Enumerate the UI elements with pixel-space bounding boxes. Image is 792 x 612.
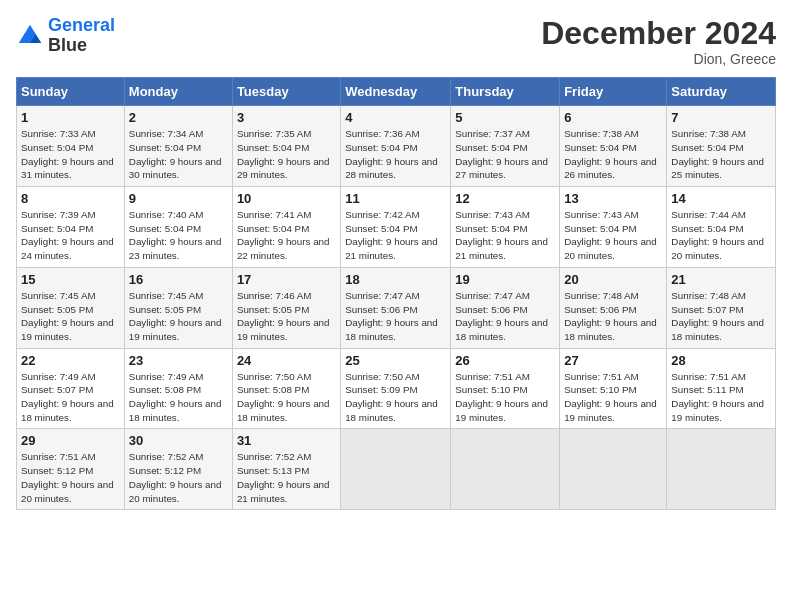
day-info: Sunrise: 7:35 AM Sunset: 5:04 PM Dayligh… xyxy=(237,127,336,182)
col-monday: Monday xyxy=(124,78,232,106)
day-number: 7 xyxy=(671,110,771,125)
day-number: 27 xyxy=(564,353,662,368)
calendar-week-row: 15 Sunrise: 7:45 AM Sunset: 5:05 PM Dayl… xyxy=(17,267,776,348)
calendar-cell xyxy=(341,429,451,510)
col-tuesday: Tuesday xyxy=(232,78,340,106)
calendar-week-row: 1 Sunrise: 7:33 AM Sunset: 5:04 PM Dayli… xyxy=(17,106,776,187)
location: Dion, Greece xyxy=(541,51,776,67)
calendar-cell xyxy=(451,429,560,510)
day-number: 3 xyxy=(237,110,336,125)
calendar-cell: 16 Sunrise: 7:45 AM Sunset: 5:05 PM Dayl… xyxy=(124,267,232,348)
day-number: 25 xyxy=(345,353,446,368)
day-number: 10 xyxy=(237,191,336,206)
day-number: 4 xyxy=(345,110,446,125)
day-number: 30 xyxy=(129,433,228,448)
calendar-cell: 1 Sunrise: 7:33 AM Sunset: 5:04 PM Dayli… xyxy=(17,106,125,187)
day-info: Sunrise: 7:51 AM Sunset: 5:10 PM Dayligh… xyxy=(455,370,555,425)
day-number: 28 xyxy=(671,353,771,368)
calendar-week-row: 8 Sunrise: 7:39 AM Sunset: 5:04 PM Dayli… xyxy=(17,187,776,268)
calendar-cell: 6 Sunrise: 7:38 AM Sunset: 5:04 PM Dayli… xyxy=(560,106,667,187)
day-info: Sunrise: 7:51 AM Sunset: 5:11 PM Dayligh… xyxy=(671,370,771,425)
calendar-cell: 5 Sunrise: 7:37 AM Sunset: 5:04 PM Dayli… xyxy=(451,106,560,187)
day-number: 1 xyxy=(21,110,120,125)
calendar-cell: 17 Sunrise: 7:46 AM Sunset: 5:05 PM Dayl… xyxy=(232,267,340,348)
day-info: Sunrise: 7:52 AM Sunset: 5:13 PM Dayligh… xyxy=(237,450,336,505)
day-info: Sunrise: 7:43 AM Sunset: 5:04 PM Dayligh… xyxy=(455,208,555,263)
day-info: Sunrise: 7:51 AM Sunset: 5:12 PM Dayligh… xyxy=(21,450,120,505)
calendar-cell: 7 Sunrise: 7:38 AM Sunset: 5:04 PM Dayli… xyxy=(667,106,776,187)
day-number: 18 xyxy=(345,272,446,287)
day-info: Sunrise: 7:33 AM Sunset: 5:04 PM Dayligh… xyxy=(21,127,120,182)
page-header: General Blue December 2024 Dion, Greece xyxy=(16,16,776,67)
day-number: 21 xyxy=(671,272,771,287)
day-number: 23 xyxy=(129,353,228,368)
calendar-cell: 22 Sunrise: 7:49 AM Sunset: 5:07 PM Dayl… xyxy=(17,348,125,429)
day-info: Sunrise: 7:43 AM Sunset: 5:04 PM Dayligh… xyxy=(564,208,662,263)
calendar-cell: 21 Sunrise: 7:48 AM Sunset: 5:07 PM Dayl… xyxy=(667,267,776,348)
calendar-cell: 27 Sunrise: 7:51 AM Sunset: 5:10 PM Dayl… xyxy=(560,348,667,429)
day-number: 6 xyxy=(564,110,662,125)
day-info: Sunrise: 7:46 AM Sunset: 5:05 PM Dayligh… xyxy=(237,289,336,344)
logo-text: General Blue xyxy=(48,16,115,56)
day-info: Sunrise: 7:47 AM Sunset: 5:06 PM Dayligh… xyxy=(455,289,555,344)
day-number: 13 xyxy=(564,191,662,206)
day-number: 24 xyxy=(237,353,336,368)
calendar-cell: 13 Sunrise: 7:43 AM Sunset: 5:04 PM Dayl… xyxy=(560,187,667,268)
day-info: Sunrise: 7:39 AM Sunset: 5:04 PM Dayligh… xyxy=(21,208,120,263)
day-info: Sunrise: 7:52 AM Sunset: 5:12 PM Dayligh… xyxy=(129,450,228,505)
calendar-header-row: Sunday Monday Tuesday Wednesday Thursday… xyxy=(17,78,776,106)
page-container: General Blue December 2024 Dion, Greece … xyxy=(0,0,792,518)
calendar-cell: 29 Sunrise: 7:51 AM Sunset: 5:12 PM Dayl… xyxy=(17,429,125,510)
day-info: Sunrise: 7:49 AM Sunset: 5:08 PM Dayligh… xyxy=(129,370,228,425)
day-info: Sunrise: 7:50 AM Sunset: 5:08 PM Dayligh… xyxy=(237,370,336,425)
day-info: Sunrise: 7:41 AM Sunset: 5:04 PM Dayligh… xyxy=(237,208,336,263)
day-number: 15 xyxy=(21,272,120,287)
day-info: Sunrise: 7:36 AM Sunset: 5:04 PM Dayligh… xyxy=(345,127,446,182)
title-block: December 2024 Dion, Greece xyxy=(541,16,776,67)
col-saturday: Saturday xyxy=(667,78,776,106)
col-wednesday: Wednesday xyxy=(341,78,451,106)
calendar-cell: 3 Sunrise: 7:35 AM Sunset: 5:04 PM Dayli… xyxy=(232,106,340,187)
day-info: Sunrise: 7:47 AM Sunset: 5:06 PM Dayligh… xyxy=(345,289,446,344)
day-number: 29 xyxy=(21,433,120,448)
calendar-cell: 10 Sunrise: 7:41 AM Sunset: 5:04 PM Dayl… xyxy=(232,187,340,268)
calendar-cell: 20 Sunrise: 7:48 AM Sunset: 5:06 PM Dayl… xyxy=(560,267,667,348)
day-number: 11 xyxy=(345,191,446,206)
calendar-cell xyxy=(667,429,776,510)
calendar-cell: 24 Sunrise: 7:50 AM Sunset: 5:08 PM Dayl… xyxy=(232,348,340,429)
calendar-cell: 23 Sunrise: 7:49 AM Sunset: 5:08 PM Dayl… xyxy=(124,348,232,429)
day-number: 26 xyxy=(455,353,555,368)
calendar-cell: 11 Sunrise: 7:42 AM Sunset: 5:04 PM Dayl… xyxy=(341,187,451,268)
col-friday: Friday xyxy=(560,78,667,106)
calendar-cell: 12 Sunrise: 7:43 AM Sunset: 5:04 PM Dayl… xyxy=(451,187,560,268)
calendar-cell: 18 Sunrise: 7:47 AM Sunset: 5:06 PM Dayl… xyxy=(341,267,451,348)
day-number: 8 xyxy=(21,191,120,206)
day-number: 14 xyxy=(671,191,771,206)
calendar-cell: 19 Sunrise: 7:47 AM Sunset: 5:06 PM Dayl… xyxy=(451,267,560,348)
day-info: Sunrise: 7:44 AM Sunset: 5:04 PM Dayligh… xyxy=(671,208,771,263)
day-info: Sunrise: 7:42 AM Sunset: 5:04 PM Dayligh… xyxy=(345,208,446,263)
calendar-cell: 26 Sunrise: 7:51 AM Sunset: 5:10 PM Dayl… xyxy=(451,348,560,429)
calendar-cell: 4 Sunrise: 7:36 AM Sunset: 5:04 PM Dayli… xyxy=(341,106,451,187)
col-sunday: Sunday xyxy=(17,78,125,106)
day-number: 22 xyxy=(21,353,120,368)
logo-icon xyxy=(16,22,44,50)
day-number: 17 xyxy=(237,272,336,287)
day-number: 5 xyxy=(455,110,555,125)
day-info: Sunrise: 7:48 AM Sunset: 5:07 PM Dayligh… xyxy=(671,289,771,344)
day-info: Sunrise: 7:49 AM Sunset: 5:07 PM Dayligh… xyxy=(21,370,120,425)
day-info: Sunrise: 7:51 AM Sunset: 5:10 PM Dayligh… xyxy=(564,370,662,425)
day-info: Sunrise: 7:34 AM Sunset: 5:04 PM Dayligh… xyxy=(129,127,228,182)
calendar-cell: 8 Sunrise: 7:39 AM Sunset: 5:04 PM Dayli… xyxy=(17,187,125,268)
calendar-cell: 31 Sunrise: 7:52 AM Sunset: 5:13 PM Dayl… xyxy=(232,429,340,510)
calendar-cell: 2 Sunrise: 7:34 AM Sunset: 5:04 PM Dayli… xyxy=(124,106,232,187)
day-number: 16 xyxy=(129,272,228,287)
calendar-cell: 14 Sunrise: 7:44 AM Sunset: 5:04 PM Dayl… xyxy=(667,187,776,268)
day-number: 31 xyxy=(237,433,336,448)
day-number: 12 xyxy=(455,191,555,206)
day-info: Sunrise: 7:48 AM Sunset: 5:06 PM Dayligh… xyxy=(564,289,662,344)
calendar-cell xyxy=(560,429,667,510)
day-number: 20 xyxy=(564,272,662,287)
calendar-cell: 30 Sunrise: 7:52 AM Sunset: 5:12 PM Dayl… xyxy=(124,429,232,510)
calendar-week-row: 22 Sunrise: 7:49 AM Sunset: 5:07 PM Dayl… xyxy=(17,348,776,429)
